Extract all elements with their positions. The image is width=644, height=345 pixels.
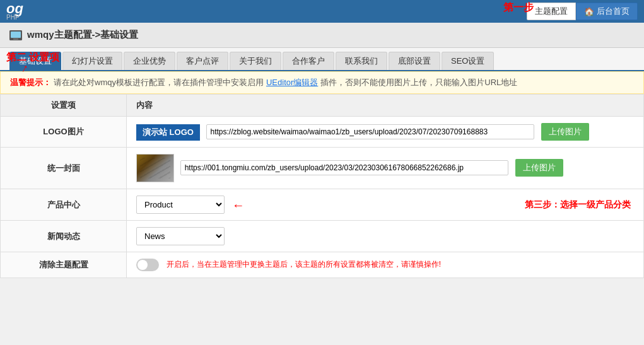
cover-thumbnail: [136, 154, 174, 182]
tab-footer[interactable]: 底部设置: [389, 52, 440, 70]
row-content-product: Product News About ← 第三步：选择一级产品分类: [127, 189, 644, 221]
news-category-select[interactable]: News Product About: [136, 227, 225, 245]
cover-upload-button[interactable]: 上传图片: [515, 159, 563, 177]
page-title-bar: wmqy主题配置->基础设置 第二 设置项 ↑: [0, 23, 644, 48]
tab-seo[interactable]: SEO设置: [442, 52, 494, 70]
row-content-news: News Product About: [127, 221, 644, 252]
row-content-clear: 开启后，当在主题管理中更换主题后，该主题的所有设置都将被清空，请谨慎操作!: [127, 252, 644, 278]
warning-bar: 温警提示： 请在此处对wmqy模板进行配置，请在插件管理中安装启用 UEdito…: [0, 71, 644, 94]
warning-label: 温警提示：: [10, 77, 51, 88]
tab-reviews[interactable]: 客户点评: [177, 52, 228, 70]
col-header-settings: 设置项: [1, 95, 127, 117]
theme-config-button[interactable]: 主题配置: [527, 3, 576, 20]
page-title: wmqy主题配置->基础设置: [27, 29, 138, 41]
logo-demo-text: 演示站 LOGO: [136, 124, 200, 141]
warning-text: 请在此处对wmqy模板进行配置，请在插件管理中安装启用: [54, 77, 264, 88]
page-title-icon: [9, 30, 22, 40]
logo-url-input[interactable]: [206, 124, 534, 139]
warning-text-after: 插件，否则不能使用图片上传，只能输入图片URL地址: [320, 77, 517, 88]
tab-partners[interactable]: 合作客户: [283, 52, 334, 70]
table-row: 新闻动态 News Product About: [1, 221, 644, 252]
step3-annotation: 第三步：选择一级产品分类: [525, 199, 631, 211]
clear-config-toggle[interactable]: [136, 259, 159, 271]
row-content-cover: 上传图片: [127, 148, 644, 189]
warning-link[interactable]: UEditor编辑器: [266, 77, 318, 88]
site-logo: og PHP: [6, 2, 23, 21]
row-label-cover: 统一封面: [1, 148, 127, 189]
home-icon: 🏠: [584, 7, 594, 16]
main-content: 设置项 内容 LOGO图片 演示站 LOGO 上传图片 统一封面 上: [0, 94, 644, 278]
settings-table: 设置项 内容 LOGO图片 演示站 LOGO 上传图片 统一封面 上: [0, 94, 644, 278]
svg-rect-1: [11, 32, 21, 38]
toggle-note: 开启后，当在主题管理中更换主题后，该主题的所有设置都将被清空，请谨慎操作!: [167, 260, 441, 269]
top-bar: og PHP 主题配置 🏠 后台首页 第一步 ↑: [0, 0, 644, 23]
logo-upload-button[interactable]: 上传图片: [541, 123, 589, 141]
product-category-select[interactable]: Product News About: [136, 196, 225, 214]
table-row: 产品中心 Product News About ← 第三步：选择一级产品分类: [1, 189, 644, 221]
col-header-content: 内容: [127, 95, 644, 117]
top-bar-right: 主题配置 🏠 后台首页: [527, 3, 638, 20]
tab-basic-settings[interactable]: 基础设置: [9, 52, 61, 70]
row-label-news: 新闻动态: [1, 221, 127, 252]
svg-rect-2: [13, 38, 18, 40]
step3-arrow-left: ←: [232, 198, 245, 212]
table-row: LOGO图片 演示站 LOGO 上传图片: [1, 117, 644, 148]
tab-slideshow[interactable]: 幻灯片设置: [62, 52, 122, 70]
cover-url-input[interactable]: [180, 160, 508, 175]
tab-about[interactable]: 关于我们: [230, 52, 281, 70]
tab-contact[interactable]: 联系我们: [336, 52, 387, 70]
row-label-logo: LOGO图片: [1, 117, 127, 148]
row-content-logo: 演示站 LOGO 上传图片: [127, 117, 644, 148]
table-row: 清除主题配置 开启后，当在主题管理中更换主题后，该主题的所有设置都将被清空，请谨…: [1, 252, 644, 278]
tab-advantages[interactable]: 企业优势: [124, 52, 175, 70]
row-label-product: 产品中心: [1, 189, 127, 221]
backend-home-button[interactable]: 🏠 后台首页: [576, 3, 638, 20]
tab-navigation: 基础设置 幻灯片设置 企业优势 客户点评 关于我们 合作客户 联系我们 底部设置…: [0, 48, 644, 71]
row-label-clear: 清除主题配置: [1, 252, 127, 278]
table-row: 统一封面 上传图片: [1, 148, 644, 189]
